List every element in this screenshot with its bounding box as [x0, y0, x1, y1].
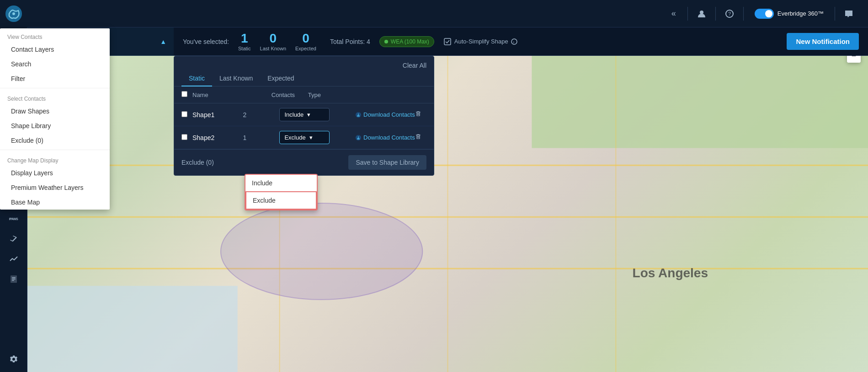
svg-text:i: i — [513, 40, 514, 44]
stat-expected-label: Expected — [295, 46, 316, 51]
table-header: Name Contacts Type — [174, 86, 434, 103]
row2-contacts: 1 — [243, 134, 279, 141]
row2-download-link[interactable]: Download Contacts — [355, 134, 415, 141]
context-divider-2 — [0, 150, 110, 150]
dropdown-option-include[interactable]: Include — [245, 175, 317, 191]
row1-delete — [410, 110, 426, 119]
nav-divider-2 — [715, 7, 716, 21]
header-check — [181, 91, 192, 98]
context-item-contact-layers[interactable]: Contact Layers — [0, 42, 110, 57]
context-menu: View Contacts Contact Layers Search Filt… — [0, 28, 110, 210]
total-points-label: Total Points: 4 — [330, 38, 370, 45]
app-logo[interactable] — [0, 0, 27, 27]
stat-static: 1 Static — [238, 32, 251, 51]
row1-checkbox[interactable] — [181, 111, 187, 117]
col-header-type: Type — [308, 92, 426, 98]
exclude-label: Exclude (0) — [181, 159, 214, 166]
col-header-contacts: Contacts — [272, 92, 308, 98]
auto-simplify-label: Auto-Simplify Shape — [454, 38, 508, 45]
row2-name: Shape2 — [192, 134, 243, 141]
context-section-select-contacts: Select Contacts — [0, 90, 110, 104]
row2-type-value: Exclude — [284, 134, 305, 141]
context-item-exclude[interactable]: Exclude (0) — [0, 133, 110, 148]
svg-point-0 — [12, 12, 15, 15]
nav-divider-4 — [835, 7, 835, 21]
table-row-shape2: Shape2 1 Exclude ▾ Download Contacts — [174, 126, 434, 149]
row1-download-link[interactable]: Download Contacts — [355, 111, 415, 118]
svg-point-25 — [221, 203, 422, 300]
top-navigation: « ? Everbridge 360™ — [0, 0, 868, 27]
tab-last-known[interactable]: Last Known — [212, 71, 260, 86]
context-item-display-layers[interactable]: Display Layers — [0, 166, 110, 180]
panel-header-chevron: ▲ — [160, 38, 166, 45]
context-item-filter[interactable]: Filter — [0, 71, 110, 86]
stat-last-known-value: 0 — [269, 32, 277, 45]
sidebar-item-settings[interactable] — [5, 350, 23, 368]
row1-download-label: Download Contacts — [363, 111, 415, 118]
toggle-label: Everbridge 360™ — [777, 10, 824, 17]
row1-type-value: Include — [284, 111, 304, 118]
sidebar-item-graph[interactable] — [5, 250, 23, 268]
row2-actions: Download Contacts — [355, 134, 410, 141]
svg-point-1 — [700, 11, 703, 14]
row1-actions: Download Contacts — [355, 111, 410, 118]
exclude-footer: Exclude (0) Save to Shape Library — [174, 149, 434, 175]
row2-delete — [410, 133, 426, 142]
row2-checkbox[interactable] — [181, 134, 187, 140]
chat-icon[interactable] — [841, 5, 857, 22]
context-item-shape-library[interactable]: Shape Library — [0, 119, 110, 133]
context-item-premium-weather[interactable]: Premium Weather Layers — [0, 180, 110, 195]
context-item-search[interactable]: Search — [0, 57, 110, 71]
wea-label: WEA (100 Max) — [391, 38, 429, 45]
nav-divider-1 — [687, 7, 688, 21]
contact-panel-header: Clear All — [174, 56, 434, 71]
row1-delete-button[interactable] — [415, 110, 422, 119]
context-divider-1 — [0, 88, 110, 88]
map-area[interactable]: Los Angeles + − — [27, 27, 868, 372]
wea-dot — [384, 40, 388, 43]
sidebar-item-reports[interactable] — [5, 270, 23, 288]
row1-type-dropdown[interactable]: Include ▾ — [279, 108, 330, 121]
sidebar-item-travel[interactable] — [5, 230, 23, 248]
svg-rect-29 — [444, 38, 451, 45]
header-checkbox[interactable] — [181, 91, 187, 97]
logo-icon — [5, 5, 22, 22]
row2-download-label: Download Contacts — [363, 134, 415, 141]
youve-selected-label: You've selected: — [183, 38, 229, 45]
context-item-draw-shapes[interactable]: Draw Shapes — [0, 104, 110, 119]
row1-name: Shape1 — [192, 111, 243, 119]
dropdown-popup: Include Exclude — [245, 174, 318, 210]
stats-bar: You've selected: 1 Static 0 Last Known 0… — [174, 27, 868, 56]
row2-type-dropdown[interactable]: Exclude ▾ — [279, 131, 330, 144]
context-section-view-contacts: View Contacts — [0, 28, 110, 42]
user-icon[interactable] — [693, 5, 710, 22]
save-to-library-button[interactable]: Save to Shape Library — [348, 155, 426, 170]
clear-all-button[interactable]: Clear All — [403, 62, 426, 69]
wea-badge: WEA (100 Max) — [379, 36, 434, 47]
row1-dropdown-chevron: ▾ — [307, 111, 310, 118]
row2-check — [181, 134, 192, 141]
dropdown-option-exclude[interactable]: Exclude — [245, 191, 317, 210]
auto-simplify-toggle[interactable]: Auto-Simplify Shape i — [443, 38, 517, 46]
tab-expected[interactable]: Expected — [260, 71, 301, 86]
help-icon[interactable]: ? — [721, 5, 738, 22]
svg-rect-15 — [12, 279, 16, 280]
nav-divider-3 — [743, 7, 744, 21]
svg-rect-14 — [12, 277, 16, 278]
tab-static[interactable]: Static — [181, 71, 212, 86]
row1-type: Include ▾ — [279, 108, 355, 121]
svg-point-30 — [511, 39, 517, 44]
stat-expected: 0 Expected — [295, 32, 316, 51]
everbridge-toggle[interactable] — [755, 9, 774, 19]
stat-last-known: 0 Last Known — [260, 32, 286, 51]
context-section-change-map: Change Map Display — [0, 152, 110, 166]
svg-rect-24 — [27, 286, 238, 372]
col-header-name: Name — [192, 92, 272, 98]
new-notification-button[interactable]: New Notification — [787, 33, 859, 50]
context-item-base-map[interactable]: Base Map — [0, 195, 110, 210]
contact-panel: Clear All Static Last Known Expected Nam… — [174, 56, 434, 176]
back-icon[interactable]: « — [666, 5, 682, 22]
sidebar-item-ipaws[interactable]: IPAWS — [5, 210, 23, 228]
stat-expected-value: 0 — [302, 32, 309, 45]
row2-delete-button[interactable] — [415, 133, 422, 142]
